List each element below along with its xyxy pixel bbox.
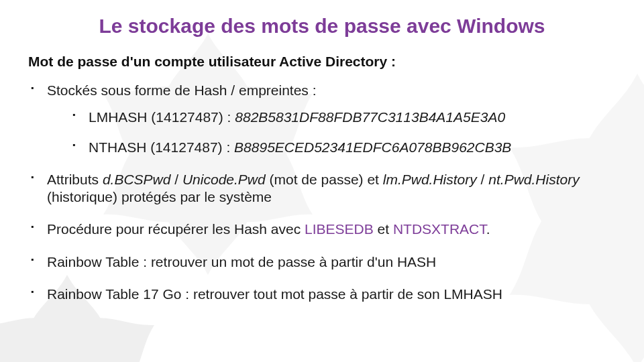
bullet-hash-forms: Stockés sous forme de Hash / empreintes … [47, 82, 616, 156]
bullet-rainbow: Rainbow Table : retrouver un mot de pass… [47, 253, 616, 271]
attr-lmpwdhistory: lm.Pwd.History [383, 172, 477, 187]
lmhash-value: 882B5831DF88FDB77C3113B4A1A5E3A0 [235, 109, 505, 125]
proc-pre: Procédure pour récupérer les Hash avec [47, 221, 305, 237]
tool-ntdsxtract: NTDSXTRACT [393, 221, 486, 237]
lmhash-label: LMHASH (14127487) : [89, 109, 235, 125]
bullet-hash-forms-text: Stockés sous forme de Hash / empreintes … [47, 82, 317, 98]
bullet-list: Stockés sous forme de Hash / empreintes … [28, 82, 616, 303]
sub-nthash: NTHASH (14127487) : B8895ECED52341EDFC6A… [89, 139, 616, 156]
bullet-rainbow-17go: Rainbow Table 17 Go : retrouver tout mot… [47, 286, 616, 303]
proc-mid: et [374, 221, 393, 237]
attr-sep1: / [170, 172, 182, 187]
bullet-attributes: Attributs d.BCSPwd / Unicode.Pwd (mot de… [47, 171, 616, 206]
attr-dbcspwd: d.BCSPwd [103, 172, 171, 187]
slide-title: Le stockage des mots de passe avec Windo… [28, 15, 616, 38]
slide-subtitle: Mot de passe d'un compte utilisateur Act… [28, 54, 616, 70]
nthash-label: NTHASH (14127487) : [89, 139, 234, 155]
tool-libesedb: LIBESEDB [305, 221, 374, 237]
attr-post: (historique) protégés par le système [47, 189, 272, 204]
attr-mid: (mot de passe) et [266, 172, 383, 187]
sub-lmhash: LMHASH (14127487) : 882B5831DF88FDB77C31… [89, 109, 616, 126]
attr-unicodepwd: Unicode.Pwd [182, 172, 266, 187]
sub-list-hashes: LMHASH (14127487) : 882B5831DF88FDB77C31… [47, 109, 616, 156]
proc-post: . [486, 221, 490, 237]
bullet-procedure: Procédure pour récupérer les Hash avec L… [47, 221, 616, 238]
nthash-value: B8895ECED52341EDFC6A078BB962CB3B [234, 139, 511, 155]
attr-sep2: / [477, 172, 489, 187]
attr-pre: Attributs [47, 172, 103, 187]
attr-ntpwdhistory: nt.Pwd.History [488, 172, 579, 187]
